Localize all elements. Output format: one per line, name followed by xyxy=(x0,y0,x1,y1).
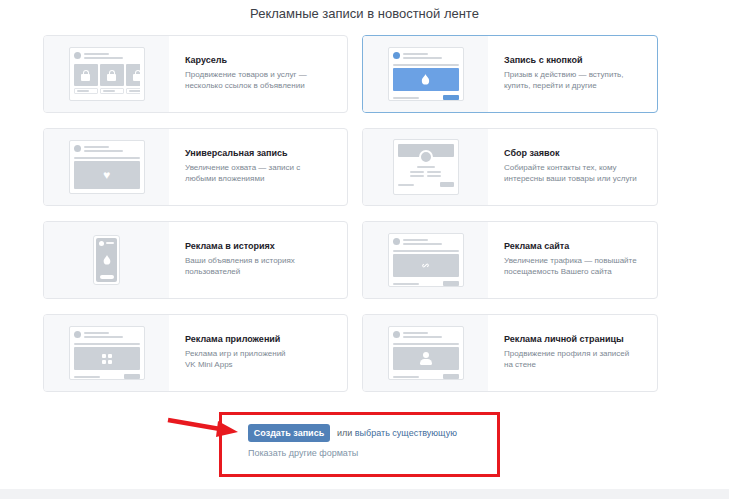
or-choose-existing: или выбрать существующую xyxy=(337,424,457,442)
card-description: Продвижение профиля и записей на стене xyxy=(504,349,647,370)
avatar xyxy=(393,331,400,338)
card-description: Призыв к действию — вступить, купить, пе… xyxy=(504,70,647,91)
card-description: Увеличение трафика — повышайте посещаемо… xyxy=(504,256,647,277)
mini-button xyxy=(124,374,140,379)
avatar xyxy=(74,331,81,338)
card-lead-forms[interactable]: Сбор заявок Собирайте контакты тех, кому… xyxy=(362,128,658,206)
card-universal-post[interactable]: ♥ Универсальная запись Увеличение охвата… xyxy=(43,128,348,206)
card-description: Собирайте контакты тех, кому интересны в… xyxy=(504,163,647,184)
personal-page-thumbnail xyxy=(363,315,488,391)
card-description: Увеличение охвата — записи с любыми влож… xyxy=(185,163,337,184)
card-description: Ваши объявления в историях пользователей xyxy=(185,256,337,277)
mini-button xyxy=(443,95,459,100)
show-other-formats-link[interactable]: Показать другие форматы xyxy=(248,448,358,458)
flame-icon xyxy=(102,254,112,266)
site-ad-thumbnail xyxy=(363,222,488,298)
avatar xyxy=(419,150,433,164)
avatar xyxy=(74,52,81,59)
annotation-arrow-icon xyxy=(158,412,246,442)
card-title: Реклама приложений xyxy=(185,334,337,344)
or-text: или xyxy=(337,428,352,438)
card-title: Запись с кнопкой xyxy=(504,55,647,65)
card-title: Сбор заявок xyxy=(504,148,647,158)
card-app-ads[interactable]: Реклама приложений Реклама игр и приложе… xyxy=(43,314,348,392)
avatar xyxy=(74,145,81,152)
mini-button xyxy=(443,374,459,379)
card-description: Продвижение товаров и услуг — несколько … xyxy=(185,70,337,91)
lock-icon xyxy=(133,74,140,81)
card-title: Реклама личной страницы xyxy=(504,334,647,344)
card-carousel[interactable]: Карусель Продвижение товаров и услуг — н… xyxy=(43,35,348,113)
ad-format-picker-screen: Рекламные записи в новостной ленте xyxy=(0,0,729,499)
create-post-button[interactable]: Создать запись xyxy=(248,424,330,442)
annotation-rectangle xyxy=(219,412,500,477)
card-stories-ads[interactable]: Реклама в историях Ваши объявления в ист… xyxy=(43,221,348,299)
universal-post-thumbnail: ♥ xyxy=(44,129,169,205)
page-title: Рекламные записи в новостной ленте xyxy=(0,6,729,21)
mini-button xyxy=(440,182,454,187)
lock-icon xyxy=(107,74,116,81)
ad-format-grid: Карусель Продвижение товаров и услуг — н… xyxy=(43,35,658,392)
card-post-with-button[interactable]: Запись с кнопкой Призыв к действию — вст… xyxy=(362,35,658,113)
link-icon xyxy=(419,259,432,272)
lead-form-thumbnail xyxy=(363,129,488,205)
card-description: Реклама игр и приложений VK Mini Apps xyxy=(185,349,337,370)
card-personal-page-ads[interactable]: Реклама личной страницы Продвижение проф… xyxy=(362,314,658,392)
heart-icon: ♥ xyxy=(103,169,110,181)
avatar xyxy=(393,52,400,59)
mini-button xyxy=(100,275,114,279)
mini-button xyxy=(443,281,459,286)
card-title: Универсальная запись xyxy=(185,148,337,158)
app-ad-thumbnail xyxy=(44,315,169,391)
flame-icon xyxy=(420,73,431,86)
lock-icon xyxy=(81,74,90,81)
card-site-ads[interactable]: Реклама сайта Увеличение трафика — повыш… xyxy=(362,221,658,299)
card-title: Реклама сайта xyxy=(504,241,647,251)
choose-existing-link[interactable]: выбрать существующую xyxy=(355,428,457,438)
apps-grid-icon xyxy=(102,354,112,364)
person-icon xyxy=(419,352,433,365)
card-title: Карусель xyxy=(185,55,337,65)
avatar xyxy=(99,241,104,246)
carousel-thumbnail xyxy=(44,36,169,112)
stories-thumbnail xyxy=(44,222,169,298)
footer-strip xyxy=(0,489,729,499)
avatar xyxy=(393,238,400,245)
card-title: Реклама в историях xyxy=(185,241,337,251)
post-with-button-thumbnail xyxy=(363,36,488,112)
